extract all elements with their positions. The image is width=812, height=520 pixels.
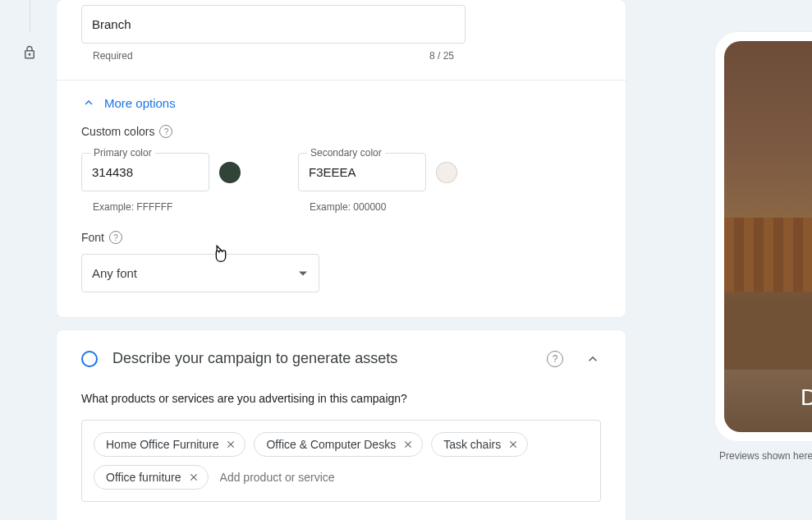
help-icon[interactable]: ?	[109, 231, 122, 244]
collapse-chevron-up-icon[interactable]	[585, 351, 601, 367]
product-chip-label: Home Office Furniture	[106, 438, 218, 451]
product-chip[interactable]: Office & Computer Desks	[254, 432, 423, 457]
lock-icon	[22, 45, 37, 63]
close-icon[interactable]	[188, 472, 200, 483]
secondary-color-field[interactable]: Secondary color	[298, 153, 426, 191]
more-options-label: More options	[104, 96, 176, 110]
chevron-up-icon	[81, 95, 96, 110]
primary-color-field[interactable]: Primary color	[81, 153, 209, 191]
font-select-value[interactable]	[82, 255, 319, 292]
product-chip[interactable]: Home Office Furniture	[94, 432, 245, 457]
close-icon[interactable]	[402, 439, 414, 450]
primary-color-example: Example: FFFFFF	[93, 201, 241, 213]
describe-campaign-card: Describe your campaign to generate asset…	[57, 330, 626, 520]
primary-color-input[interactable]	[82, 154, 209, 191]
custom-colors-label: Custom colors ?	[81, 125, 601, 138]
describe-campaign-title: Describe your campaign to generate asset…	[112, 350, 532, 367]
sidebar-divider	[30, 0, 30, 33]
product-chip[interactable]: Task chairs	[431, 432, 528, 457]
product-chip-label: Office furniture	[106, 471, 181, 484]
required-hint: Required	[93, 50, 133, 62]
add-product-input[interactable]	[217, 466, 367, 489]
font-label: Font ?	[81, 231, 601, 244]
phone-frame: Des	[714, 31, 812, 442]
ad-preview-text: Des	[724, 370, 812, 432]
help-icon[interactable]: ?	[547, 351, 563, 367]
ad-preview-panel: Des Previews shown here are ex	[714, 31, 812, 462]
primary-color-float-label: Primary color	[90, 147, 155, 159]
secondary-color-input[interactable]	[299, 154, 425, 191]
help-icon[interactable]: ?	[159, 125, 172, 138]
secondary-color-float-label: Secondary color	[307, 147, 385, 159]
font-select[interactable]	[81, 254, 319, 292]
secondary-color-swatch	[436, 162, 457, 183]
char-counter: 8 / 25	[429, 50, 454, 62]
ad-preview-image	[724, 41, 812, 370]
business-name-input[interactable]	[82, 6, 465, 43]
close-icon[interactable]	[507, 439, 519, 450]
products-chip-input[interactable]: Home Office FurnitureOffice & Computer D…	[81, 420, 601, 502]
secondary-color-example: Example: 000000	[310, 201, 457, 213]
products-question: What products or services are you advert…	[81, 392, 601, 405]
chevron-down-icon	[299, 271, 307, 275]
close-icon[interactable]	[225, 439, 236, 450]
business-name-field[interactable]	[81, 5, 466, 44]
product-chip-label: Task chairs	[443, 438, 501, 451]
preview-disclaimer: Previews shown here are ex	[714, 450, 812, 462]
product-chip-label: Office & Computer Desks	[266, 438, 396, 451]
primary-color-swatch	[219, 162, 241, 183]
section-radio[interactable]	[81, 351, 98, 367]
brand-settings-card: Required 8 / 25 More options Custom colo…	[57, 0, 626, 317]
more-options-toggle[interactable]: More options	[81, 81, 601, 118]
product-chip[interactable]: Office furniture	[94, 465, 209, 490]
